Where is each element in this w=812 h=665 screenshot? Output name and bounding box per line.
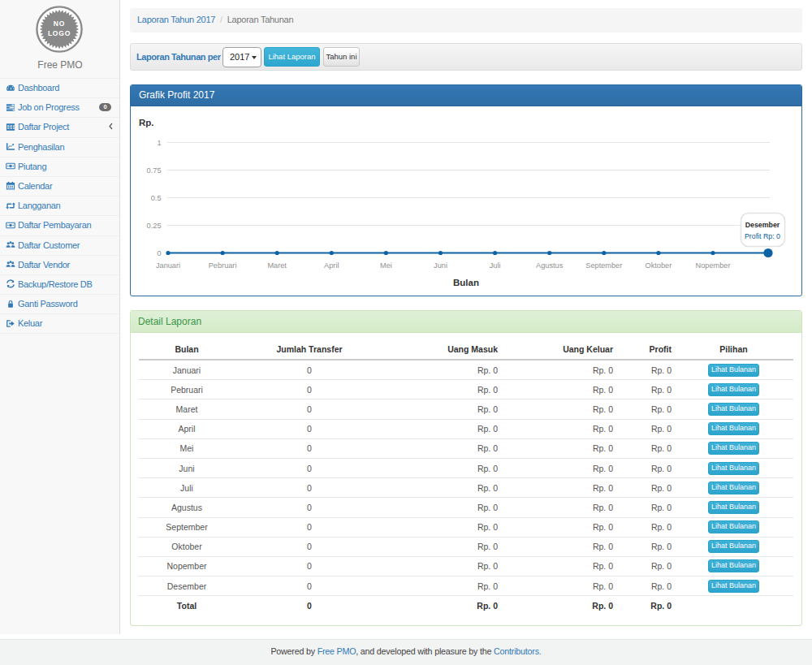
svg-text:September: September [585,261,622,270]
svg-text:1: 1 [157,139,161,147]
svg-text:Rp.: Rp. [139,118,154,127]
svg-text:Agustus: Agustus [536,261,564,270]
svg-text:Januari: Januari [156,261,180,270]
svg-text:NO: NO [54,19,65,28]
svg-text:Desember: Desember [745,221,780,229]
svg-text:LOGO: LOGO [48,29,71,37]
svg-text:0: 0 [157,249,161,257]
svg-text:Maret: Maret [267,261,287,270]
svg-text:0.75: 0.75 [147,166,162,175]
svg-text:0.5: 0.5 [151,194,162,202]
svg-text:Pebruari: Pebruari [209,261,237,270]
svg-text:Bulan: Bulan [453,278,479,287]
svg-text:Juni: Juni [434,261,447,270]
svg-text:Mei: Mei [380,261,392,270]
svg-text:Nopember: Nopember [696,261,731,270]
svg-text:Juli: Juli [490,261,501,270]
svg-text:Oktober: Oktober [646,261,672,270]
svg-text:Profit Rp: 0: Profit Rp: 0 [745,232,780,240]
svg-text:April: April [324,261,339,270]
svg-text:0.25: 0.25 [147,222,162,230]
